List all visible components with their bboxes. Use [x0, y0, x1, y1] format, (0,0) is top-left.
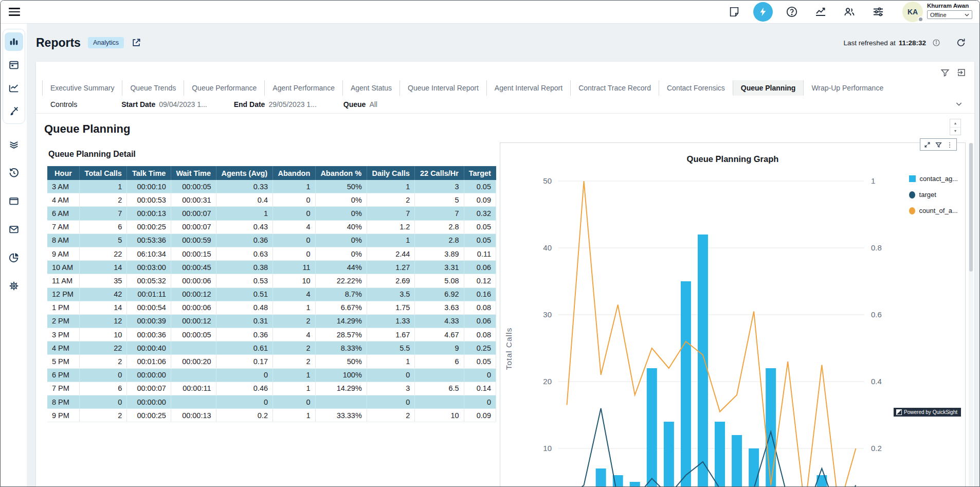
vertical-scrollbar[interactable] — [969, 143, 973, 486]
sidebar-item-history[interactable] — [5, 164, 23, 182]
table-cell[interactable]: 2 PM — [47, 314, 80, 328]
table-cell[interactable]: 6 — [80, 382, 127, 395]
table-cell[interactable]: 7 — [367, 207, 415, 220]
table-cell[interactable]: 11 AM — [47, 274, 80, 287]
maximize-icon[interactable] — [922, 140, 932, 149]
sidebar-item-settings[interactable] — [5, 277, 23, 295]
table-cell[interactable]: 0 — [367, 395, 415, 409]
table-cell[interactable]: 00:53:36 — [127, 233, 171, 247]
table-cell[interactable]: 1 — [367, 233, 415, 247]
table-cell[interactable]: 1 — [273, 409, 316, 422]
table-cell[interactable]: 2 — [273, 314, 316, 328]
table-cell[interactable]: 11 — [273, 261, 316, 274]
table-cell[interactable]: 10 AM — [47, 261, 80, 274]
table-cell[interactable]: 00:00:20 — [171, 355, 216, 368]
table-cell[interactable]: 0.05 — [464, 180, 496, 193]
tab-queue-performance[interactable]: Queue Performance — [184, 80, 264, 96]
table-cell[interactable]: 2.8 — [415, 233, 464, 247]
table-cell[interactable]: 4 — [273, 328, 316, 341]
table-cell[interactable]: 12 — [80, 314, 127, 328]
table-cell[interactable] — [415, 368, 464, 382]
table-cell[interactable]: 00:00:40 — [127, 341, 171, 355]
settings-sliders-icon[interactable] — [868, 2, 888, 22]
column-header-talk-time[interactable]: Talk Time — [127, 167, 171, 181]
table-cell[interactable]: 0.08 — [464, 301, 496, 314]
chart-plot[interactable]: 501400.8300.6200.4100.2Total Calls — [500, 143, 966, 486]
table-cell[interactable]: 0.16 — [464, 287, 496, 301]
table-cell[interactable]: 0 — [367, 368, 415, 382]
table-cell[interactable]: 0.4 — [216, 193, 273, 207]
table-cell[interactable]: 0.32 — [464, 207, 496, 220]
table-cell[interactable]: 00:00:25 — [127, 409, 171, 422]
table-cell[interactable]: 0.14 — [464, 382, 496, 395]
table-cell[interactable]: 0 — [273, 233, 316, 247]
table-cell[interactable]: 00:00:54 — [127, 301, 171, 314]
analytics-icon[interactable] — [811, 2, 830, 22]
scroll-down-icon[interactable]: ▼ — [950, 128, 960, 135]
table-cell[interactable]: 8.33% — [315, 341, 367, 355]
table-cell[interactable] — [171, 341, 216, 355]
table-cell[interactable]: 0.05 — [464, 233, 496, 247]
table-cell[interactable]: 0 — [273, 247, 316, 260]
table-cell[interactable]: 3 PM — [47, 328, 80, 341]
table-cell[interactable]: 14.29% — [315, 314, 367, 328]
table-cell[interactable]: 40% — [315, 220, 367, 233]
table-cell[interactable]: 22 — [80, 247, 127, 260]
control-queue[interactable]: QueueAll — [343, 100, 377, 109]
agents-icon[interactable] — [840, 2, 859, 22]
table-cell[interactable]: 1 — [80, 180, 127, 193]
table-cell[interactable]: 00:00:00 — [127, 368, 171, 382]
table-cell[interactable]: 1 — [216, 207, 273, 220]
table-cell[interactable]: 0 — [80, 395, 127, 409]
quick-actions-bolt-icon[interactable] — [753, 2, 773, 22]
column-header-wait-time[interactable]: Wait Time — [171, 167, 216, 181]
table-cell[interactable]: 5 — [80, 233, 127, 247]
table-cell[interactable]: 00:00:07 — [171, 207, 216, 220]
table-cell[interactable]: 00:00:45 — [171, 261, 216, 274]
table-cell[interactable]: 14 — [80, 261, 127, 274]
table-cell[interactable]: 28.57% — [315, 328, 367, 341]
table-cell[interactable]: 42 — [80, 287, 127, 301]
column-header-total-calls[interactable]: Total Calls — [80, 167, 127, 181]
table-cell[interactable]: 0.06 — [464, 314, 496, 328]
sidebar-item-window[interactable] — [5, 192, 23, 210]
table-cell[interactable]: 1 — [273, 368, 316, 382]
table-cell[interactable]: 00:00:39 — [127, 314, 171, 328]
table-cell[interactable]: 00:03:00 — [127, 261, 171, 274]
table-cell[interactable]: 35 — [80, 274, 127, 287]
table-cell[interactable]: 2 — [80, 409, 127, 422]
table-cell[interactable] — [315, 395, 367, 409]
column-header-daily-calls[interactable]: Daily Calls — [367, 167, 415, 181]
table-cell[interactable]: 1.27 — [367, 261, 415, 274]
table-cell[interactable]: 00:00:12 — [171, 314, 216, 328]
table-cell[interactable]: 0.05 — [464, 355, 496, 368]
table-cell[interactable]: 0.38 — [216, 261, 273, 274]
tab-executive-summary[interactable]: Executive Summary — [42, 80, 122, 96]
table-cell[interactable]: 0.05 — [464, 220, 496, 233]
table-cell[interactable]: 00:00:07 — [171, 220, 216, 233]
table-cell[interactable] — [415, 395, 464, 409]
table-cell[interactable]: 2.44 — [367, 247, 415, 260]
table-cell[interactable]: 2 — [273, 355, 316, 368]
table-cell[interactable]: 6.67% — [315, 301, 367, 314]
sidebar-item-layers[interactable] — [5, 135, 23, 154]
refresh-icon[interactable] — [956, 38, 966, 48]
tab-contract-trace-record[interactable]: Contract Trace Record — [570, 80, 659, 96]
filter-icon[interactable] — [940, 68, 950, 77]
table-cell[interactable]: 0.31 — [216, 314, 273, 328]
open-external-icon[interactable] — [131, 38, 141, 48]
notes-icon[interactable] — [724, 2, 744, 22]
table-cell[interactable]: 0.17 — [216, 355, 273, 368]
table-cell[interactable]: 1.33 — [367, 314, 415, 328]
column-header-abandon[interactable]: Abandon % — [315, 167, 367, 181]
table-cell[interactable]: 00:00:12 — [171, 287, 216, 301]
table-cell[interactable]: 2 — [80, 355, 127, 368]
table-cell[interactable]: 4 — [273, 287, 316, 301]
table-cell[interactable]: 3.5 — [367, 287, 415, 301]
export-icon[interactable] — [957, 68, 966, 77]
table-cell[interactable]: 6.92 — [415, 287, 464, 301]
table-cell[interactable]: 0.51 — [216, 287, 273, 301]
table-cell[interactable]: 10 — [415, 409, 464, 422]
table-cell[interactable]: 8.7% — [315, 287, 367, 301]
table-cell[interactable]: 2 — [367, 193, 415, 207]
